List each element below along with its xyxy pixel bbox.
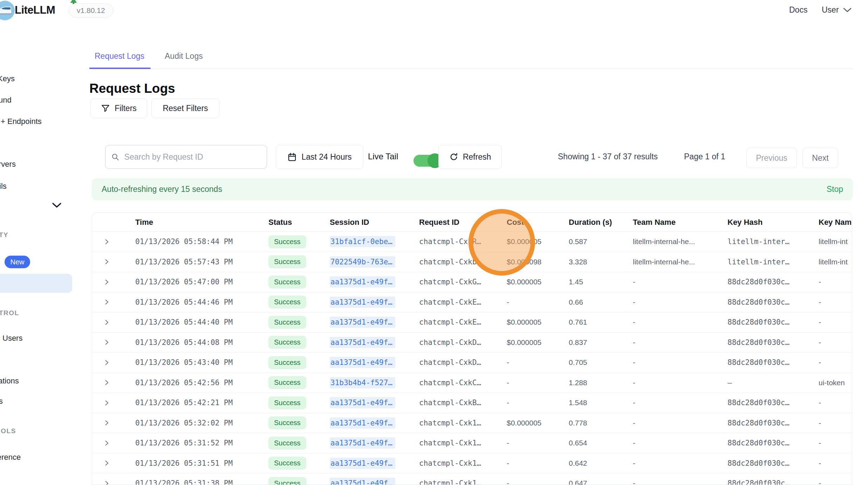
duration-cell: 1.288 [569,379,633,387]
key-hash-cell: litellm-inter… [727,258,819,266]
time-cell: 01/13/2026 05:42:56 PM [135,379,268,387]
sidebar-item-users[interactable]: Users [2,334,22,343]
expand-row-button[interactable] [92,279,135,285]
session-id-link[interactable]: aa1375d1-e49f… [330,437,395,449]
duration-cell: 0.778 [569,419,633,427]
sidebar-item-selected-logs[interactable] [0,274,72,293]
team-name-cell: - [633,439,727,447]
sidebar-item-playground[interactable]: und [0,96,12,105]
session-id-link[interactable]: aa1375d1-e49f… [330,397,395,408]
sidebar-item-teams[interactable]: s [0,397,3,406]
expand-row-button[interactable] [92,299,135,305]
session-id-link[interactable]: aa1375d1-e49f… [330,297,395,308]
request-id-cell: chatcmpl-Cxk1… [419,479,507,485]
team-name-cell: - [633,318,727,326]
chevron-down-icon[interactable] [52,202,62,208]
sidebar-item-models-endpoints[interactable]: + Endpoints [1,117,42,126]
key-name-cell: - [819,338,852,347]
time-range-button[interactable]: Last 24 Hours [276,145,363,169]
live-tail-toggle[interactable] [414,155,439,167]
status-cell: Success [268,416,330,429]
expand-row-button[interactable] [92,359,135,366]
session-id-cell: aa1375d1-e49f… [330,276,419,287]
duration-cell: 0.837 [569,338,633,347]
cost-cell: - [507,379,569,387]
session-id-link[interactable]: aa1375d1-e49f… [330,317,395,328]
table-row: 01/13/2026 05:32:02 PMSuccessaa1375d1-e4… [92,413,852,433]
team-name-cell: - [633,358,727,367]
litellm-admin-app: LiteLLM v1.80.12 Docs User Keys und + En… [0,0,868,485]
session-id-cell: 31bfa1cf-0ebe… [330,236,419,247]
column-header-status: Status [268,218,330,227]
session-id-link[interactable]: aa1375d1-e49f… [330,337,395,348]
refresh-label: Refresh [463,152,491,162]
session-id-cell: aa1375d1-e49f… [330,417,419,429]
expand-row-button[interactable] [92,420,135,426]
expand-row-button[interactable] [92,319,135,326]
key-name-cell: - [819,479,852,485]
sidebar-item-organizations[interactable]: ations [0,376,19,386]
app-title: LiteLLM [15,4,55,16]
litellm-logo-icon [0,1,15,20]
expand-row-button[interactable] [92,460,135,466]
column-header-key-name: Key Name [819,218,852,227]
filters-label: Filters [115,104,137,113]
chevron-right-icon [103,299,110,305]
time-range-label: Last 24 Hours [301,152,351,162]
sidebar-item-guardrails[interactable]: ils [0,182,7,191]
session-id-cell: aa1375d1-e49f… [330,397,419,408]
duration-cell: 0.66 [569,298,633,306]
sidebar-item-keys[interactable]: Keys [0,74,15,83]
expand-row-button[interactable] [92,238,135,245]
docs-link[interactable]: Docs [789,5,807,15]
cost-cell: - [507,479,569,485]
duration-cell: 3.328 [569,258,633,266]
previous-page-button[interactable]: Previous [746,148,797,168]
search-input[interactable] [124,152,261,162]
expand-row-button[interactable] [92,258,135,265]
active-tab-underline [89,68,151,69]
refresh-button[interactable]: Refresh [438,145,502,169]
session-id-link[interactable]: aa1375d1-e49f… [330,417,395,429]
key-name-cell: - [819,298,852,306]
next-page-button[interactable]: Next [802,148,838,168]
table-body: 01/13/2026 05:58:44 PMSuccess31bfa1cf-0e… [92,231,852,485]
session-id-cell: aa1375d1-e49f… [330,437,419,449]
session-id-link[interactable]: aa1375d1-e49f… [330,276,395,287]
table-row: 01/13/2026 05:58:44 PMSuccess31bfa1cf-0e… [92,231,852,252]
cost-cell: $0.000005 [507,338,569,347]
expand-row-button[interactable] [92,480,135,485]
key-name-cell: - [819,459,852,467]
expand-row-button[interactable] [92,400,135,406]
session-id-link[interactable]: aa1375d1-e49f… [330,458,395,469]
sidebar-item-api-reference[interactable]: erence [0,453,21,462]
stop-auto-refresh-button[interactable]: Stop [827,185,843,194]
filters-button[interactable]: Filters [90,98,147,118]
chevron-right-icon [103,319,110,326]
key-name-cell: - [819,399,852,407]
expand-row-button[interactable] [92,379,135,386]
status-badge: Success [268,457,306,470]
session-id-link[interactable]: aa1375d1-e49f… [330,357,395,368]
column-header-session-id: Session ID [330,218,419,227]
session-id-link[interactable]: aa1375d1-e49f… [330,478,395,485]
session-id-link[interactable]: 31bfa1cf-0ebe… [330,236,395,247]
session-id-link[interactable]: 31b3b4b4-f527… [330,377,395,388]
duration-cell: 1.45 [569,278,633,286]
user-menu[interactable]: User [822,5,852,15]
session-id-cell: aa1375d1-e49f… [330,478,419,485]
tab-request-logs[interactable]: Request Logs [95,51,144,61]
expand-row-button[interactable] [92,339,135,346]
request-id-cell: chatcmpl-CxkC… [419,379,507,387]
tab-audit-logs[interactable]: Audit Logs [165,51,203,61]
expand-row-button[interactable] [92,440,135,446]
table-row: 01/13/2026 05:31:52 PMSuccessaa1375d1-e4… [92,433,852,453]
chevron-right-icon [103,420,110,426]
status-cell: Success [268,457,330,470]
team-name-cell: - [633,419,727,427]
status-cell: Success [268,255,330,268]
key-hash-cell: 88dc28d0f030c… [727,298,819,306]
session-id-link[interactable]: 7022549b-763e… [330,256,395,268]
sidebar-item-mcp-servers[interactable]: rvers [0,160,16,169]
reset-filters-button[interactable]: Reset Filters [151,98,219,118]
